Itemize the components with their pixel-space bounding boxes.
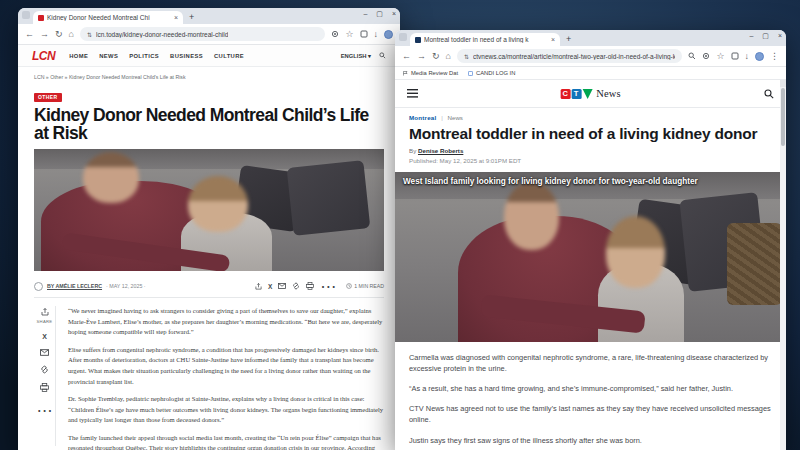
back-icon[interactable]: ← <box>25 30 34 39</box>
author-link[interactable]: Denise Roberts <box>418 147 463 154</box>
close-button[interactable]: × <box>392 10 396 18</box>
lcn-favicon <box>38 15 44 21</box>
menu-dots-icon[interactable]: ⋮ <box>770 52 779 61</box>
breadcrumb-subsection[interactable]: News <box>447 114 462 121</box>
paragraph: The family launched their appeal through… <box>68 433 384 450</box>
breadcrumb: Montreal | News <box>409 114 772 121</box>
preview-icon[interactable] <box>331 30 339 38</box>
print-icon[interactable] <box>40 383 49 392</box>
forward-icon[interactable]: → <box>417 52 426 61</box>
nav-item-home[interactable]: HOME <box>69 53 88 59</box>
article-headline: Montreal toddler in need of a living kid… <box>409 125 772 143</box>
paragraph: Dr. Sophie Tremblay, pediatric nephrolog… <box>68 394 384 426</box>
child-face-blurred <box>606 216 665 287</box>
paragraph: “We never imagined having to ask strange… <box>68 306 384 338</box>
print-icon[interactable] <box>306 282 314 290</box>
ctv-header: C T News <box>395 80 786 108</box>
download-icon[interactable]: ↓ <box>374 30 379 39</box>
back-icon[interactable]: ← <box>402 52 411 61</box>
tab-groups-icon[interactable] <box>360 30 368 38</box>
language-selector[interactable]: ENGLISH ▾ <box>341 53 371 59</box>
minimize-button[interactable]: – <box>363 10 367 18</box>
search-icon[interactable] <box>764 89 774 99</box>
tab-close-icon[interactable]: × <box>551 36 555 43</box>
email-icon[interactable] <box>40 349 49 356</box>
x-twitter-icon[interactable]: X <box>42 333 47 340</box>
home-icon[interactable]: ⌂ <box>446 52 451 61</box>
article-hero-image: West Island family looking for living ki… <box>395 172 786 342</box>
profile-avatar[interactable] <box>384 30 393 39</box>
browser-window-ctv: Montreal toddler in need of a living k ×… <box>395 30 786 450</box>
tune-icon[interactable]: ⇅ <box>464 53 469 60</box>
ctv-favicon <box>415 37 421 43</box>
minimize-button[interactable]: – <box>749 32 753 40</box>
share-icon[interactable] <box>41 308 49 316</box>
reload-icon[interactable]: ↻ <box>55 30 63 39</box>
address-bar[interactable]: ⇅ lcn.today/kidney-donor-needed-montreal… <box>80 27 325 41</box>
new-tab-button[interactable]: + <box>566 35 571 44</box>
browser-window-lcn: Kidney Donor Needed Montreal Chi × + – ▢… <box>18 8 400 450</box>
search-this-page-icon[interactable] <box>688 52 696 60</box>
preview-icon[interactable] <box>702 52 710 60</box>
download-icon[interactable]: ↓ <box>745 52 750 61</box>
bookmark-item[interactable]: CANDI LOG IN <box>468 70 515 76</box>
scrollbar[interactable] <box>780 80 786 450</box>
forward-icon[interactable]: → <box>40 30 49 39</box>
email-icon[interactable] <box>278 283 286 289</box>
nav-item-politics[interactable]: POLITICS <box>129 53 159 59</box>
tab-strip: Kidney Donor Needed Montreal Chi × + – ▢… <box>18 8 400 24</box>
share-label: SHARE <box>37 319 53 324</box>
share-icon[interactable] <box>255 283 262 290</box>
tab-strip-corner-button[interactable] <box>399 33 407 41</box>
url-text: lcn.today/kidney-donor-needed-montreal-c… <box>96 31 228 38</box>
logo-news-text: News <box>596 88 621 99</box>
copy-link-icon[interactable] <box>40 365 49 374</box>
maximize-button[interactable]: ▢ <box>376 10 383 18</box>
bookmark-star-icon[interactable]: ☆ <box>716 52 724 61</box>
nav-item-business[interactable]: BUSINESS <box>170 53 203 59</box>
ctv-news-logo[interactable]: C T News <box>560 88 621 99</box>
address-bar[interactable]: ⇅ ctvnews.ca/montreal/article/montreal-t… <box>457 49 682 63</box>
paragraph: Justin says they first saw signs of the … <box>409 435 772 446</box>
bookmark-star-icon[interactable]: ☆ <box>345 30 353 39</box>
breadcrumb-section[interactable]: Montreal <box>409 114 436 121</box>
paragraph: Elise suffers from congenital nephrotic … <box>68 345 384 387</box>
tab-title: Montreal toddler in need of a living k <box>424 36 548 43</box>
maximize-button[interactable]: ▢ <box>762 32 769 40</box>
tab-strip-corner-button[interactable] <box>22 11 30 19</box>
tab-groups-icon[interactable] <box>731 52 739 60</box>
tab-title: Kidney Donor Needed Montreal Chi <box>47 14 171 21</box>
nav-item-news[interactable]: NEWS <box>99 53 118 59</box>
article-body: “We never imagined having to ask strange… <box>68 306 384 450</box>
paragraph: CTV News has agreed not to use the famil… <box>409 403 772 425</box>
search-icon[interactable] <box>379 52 386 59</box>
scrollbar-thumb[interactable] <box>781 88 785 146</box>
author-link[interactable]: BY AMÉLIE LECLERC <box>47 283 102 289</box>
scroll-up-button[interactable] <box>780 80 786 87</box>
more-options-icon[interactable]: ⋯ <box>37 401 53 420</box>
tab-close-icon[interactable]: × <box>174 14 178 21</box>
category-badge[interactable]: OTHER <box>34 93 62 102</box>
nav-item-culture[interactable]: CULTURE <box>214 53 244 59</box>
close-button[interactable]: × <box>778 32 782 40</box>
logo-v-triangle <box>582 89 592 99</box>
home-icon[interactable]: ⌂ <box>69 30 74 39</box>
browser-tab-ctv[interactable]: Montreal toddler in need of a living k × <box>410 33 560 46</box>
lcn-logo[interactable]: LCN <box>32 49 55 63</box>
more-options-icon[interactable]: ⋯ <box>320 277 336 296</box>
reload-icon[interactable]: ↻ <box>432 52 440 61</box>
publish-date: · MAY 12, 2025 · <box>106 283 146 289</box>
tab-strip: Montreal toddler in need of a living k ×… <box>395 30 786 46</box>
tune-icon[interactable]: ⇅ <box>87 31 92 38</box>
new-tab-button[interactable]: + <box>189 13 194 22</box>
x-twitter-icon[interactable]: X <box>268 283 272 290</box>
browser-tab-lcn[interactable]: Kidney Donor Needed Montreal Chi × <box>33 11 183 24</box>
share-rail: SHARE X ⋯ <box>34 306 56 446</box>
breadcrumb[interactable]: LCN » Other » Kidney Donor Needed Montre… <box>34 74 384 80</box>
bookmark-favicon <box>468 71 473 76</box>
hamburger-menu-icon[interactable] <box>407 89 418 98</box>
father-face-blurred <box>83 152 139 203</box>
bookmark-item[interactable]: Media Review Dat <box>403 70 458 76</box>
copy-link-icon[interactable] <box>292 282 300 290</box>
profile-avatar[interactable] <box>755 52 764 61</box>
